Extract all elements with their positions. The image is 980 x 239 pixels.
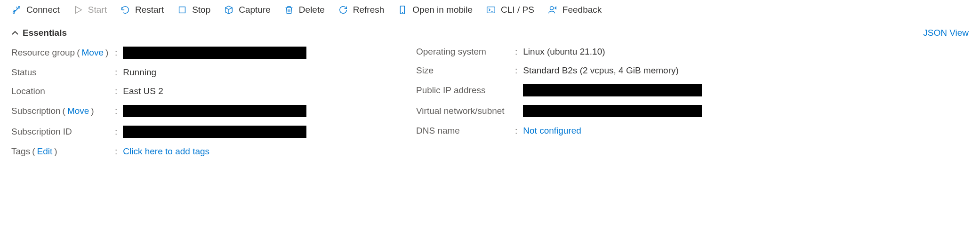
refresh-button[interactable]: Refresh <box>338 5 385 15</box>
essentials-toggle[interactable]: Essentials <box>11 28 67 38</box>
public-ip-row: Public IP address : <box>416 84 969 96</box>
essentials-grid: Resource group (Move) : Status : Running… <box>11 47 969 138</box>
stop-icon <box>177 5 187 15</box>
start-icon <box>73 5 83 15</box>
toolbar: Connect Start Restart Stop Capture Delet… <box>0 0 980 20</box>
refresh-icon <box>338 5 348 15</box>
cli-icon <box>486 5 496 15</box>
tags-row: Tags (Edit) : Click here to add tags <box>11 146 969 157</box>
feedback-label: Feedback <box>562 5 602 15</box>
delete-label: Delete <box>299 5 325 15</box>
resource-group-label: Resource group (Move) <box>11 48 115 58</box>
vnet-row: Virtual network/subnet : <box>416 105 969 117</box>
location-row: Location : East US 2 <box>11 86 350 96</box>
delete-icon <box>284 5 294 15</box>
os-row: Operating system : Linux (ubuntu 21.10) <box>416 47 969 57</box>
tags-label: Tags (Edit) <box>11 146 115 157</box>
dns-label: DNS name <box>416 126 515 136</box>
cli-ps-label: CLI / PS <box>501 5 534 15</box>
stop-button[interactable]: Stop <box>177 5 210 15</box>
svg-rect-2 <box>179 7 185 13</box>
svg-point-0 <box>13 12 15 14</box>
open-mobile-label: Open in mobile <box>412 5 473 15</box>
size-value: Standard B2s (2 vcpus, 4 GiB memory) <box>523 65 679 76</box>
delete-button[interactable]: Delete <box>284 5 325 15</box>
dns-row: DNS name : Not configured <box>416 126 969 136</box>
status-label: Status <box>11 67 115 78</box>
stop-label: Stop <box>192 5 210 15</box>
svg-point-6 <box>550 7 553 10</box>
mobile-icon <box>397 5 408 15</box>
subscription-id-label: Subscription ID <box>11 127 115 137</box>
resource-group-row: Resource group (Move) : <box>11 47 350 59</box>
cli-ps-button[interactable]: CLI / PS <box>486 5 534 15</box>
capture-label: Capture <box>239 5 271 15</box>
subscription-value-redacted <box>123 105 306 117</box>
restart-icon <box>120 5 130 15</box>
tags-edit-link[interactable]: Edit <box>37 146 52 157</box>
subscription-id-value-redacted <box>123 126 306 138</box>
capture-button[interactable]: Capture <box>224 5 271 15</box>
subscription-move-link[interactable]: Move <box>67 106 89 116</box>
svg-rect-5 <box>487 7 495 13</box>
public-ip-value-redacted <box>523 84 702 96</box>
connect-icon <box>11 5 22 15</box>
connect-label: Connect <box>26 5 60 15</box>
start-button: Start <box>73 5 107 15</box>
essentials-right-column: Operating system : Linux (ubuntu 21.10) … <box>416 47 969 138</box>
resource-group-value-redacted <box>123 47 306 59</box>
essentials-header: Essentials JSON View <box>11 28 969 38</box>
resource-group-move-link[interactable]: Move <box>82 48 104 58</box>
start-label: Start <box>88 5 107 15</box>
status-row: Status : Running <box>11 67 350 78</box>
subscription-id-row: Subscription ID : <box>11 126 350 138</box>
svg-point-1 <box>18 7 20 8</box>
restart-button[interactable]: Restart <box>120 5 164 15</box>
refresh-label: Refresh <box>353 5 385 15</box>
essentials-section: Essentials JSON View Resource group (Mov… <box>0 20 980 166</box>
size-label: Size <box>416 65 515 76</box>
restart-label: Restart <box>135 5 164 15</box>
essentials-title: Essentials <box>23 28 67 38</box>
dns-value[interactable]: Not configured <box>523 126 581 136</box>
size-row: Size : Standard B2s (2 vcpus, 4 GiB memo… <box>416 65 969 76</box>
os-label: Operating system <box>416 47 515 57</box>
connect-button[interactable]: Connect <box>11 5 60 15</box>
essentials-left-column: Resource group (Move) : Status : Running… <box>11 47 350 138</box>
feedback-icon <box>547 5 558 15</box>
chevron-up-icon <box>11 29 19 37</box>
subscription-row: Subscription (Move) : <box>11 105 350 117</box>
open-mobile-button[interactable]: Open in mobile <box>397 5 473 15</box>
os-value: Linux (ubuntu 21.10) <box>523 47 605 57</box>
capture-icon <box>224 5 234 15</box>
location-value: East US 2 <box>123 86 163 96</box>
vnet-value-redacted <box>523 105 702 117</box>
location-label: Location <box>11 86 115 96</box>
feedback-button[interactable]: Feedback <box>547 5 602 15</box>
json-view-link[interactable]: JSON View <box>923 28 969 38</box>
tags-add-link[interactable]: Click here to add tags <box>123 146 209 157</box>
subscription-label: Subscription (Move) <box>11 106 115 116</box>
vnet-label: Virtual network/subnet <box>416 106 515 116</box>
status-value: Running <box>123 67 156 78</box>
public-ip-label: Public IP address <box>416 85 515 96</box>
